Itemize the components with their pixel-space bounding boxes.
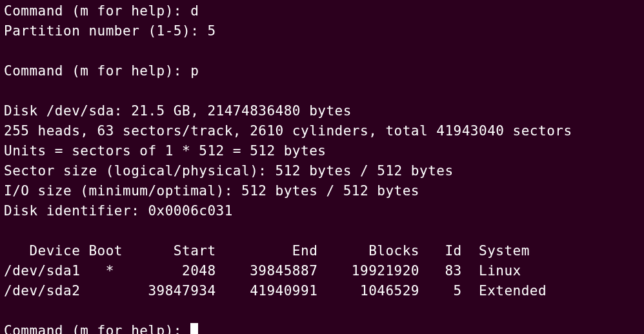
partition-prompt: Partition number (1-5):: [4, 23, 207, 39]
command-prompt: Command (m for help):: [4, 323, 190, 334]
partition-row: /dev/sda1 * 2048 39845887 19921920 83 Li…: [4, 263, 521, 279]
user-input: d: [190, 3, 199, 19]
sector-size-info: Sector size (logical/physical): 512 byte…: [4, 163, 454, 179]
user-input: p: [190, 63, 199, 79]
partition-table-header: Device Boot Start End Blocks Id System: [4, 243, 530, 259]
command-prompt: Command (m for help):: [4, 63, 190, 79]
user-input: 5: [207, 23, 216, 39]
terminal-output[interactable]: Command (m for help): d Partition number…: [0, 0, 644, 334]
partition-row: /dev/sda2 39847934 41940991 1046529 5 Ex…: [4, 283, 547, 299]
units-info: Units = sectors of 1 * 512 = 512 bytes: [4, 143, 326, 159]
geometry-info: 255 heads, 63 sectors/track, 2610 cylind…: [4, 123, 572, 139]
cursor-icon[interactable]: [190, 323, 198, 334]
disk-info: Disk /dev/sda: 21.5 GB, 21474836480 byte…: [4, 103, 352, 119]
command-prompt: Command (m for help):: [4, 3, 190, 19]
disk-identifier: Disk identifier: 0x0006c031: [4, 203, 233, 219]
io-size-info: I/O size (minimum/optimal): 512 bytes / …: [4, 183, 419, 199]
